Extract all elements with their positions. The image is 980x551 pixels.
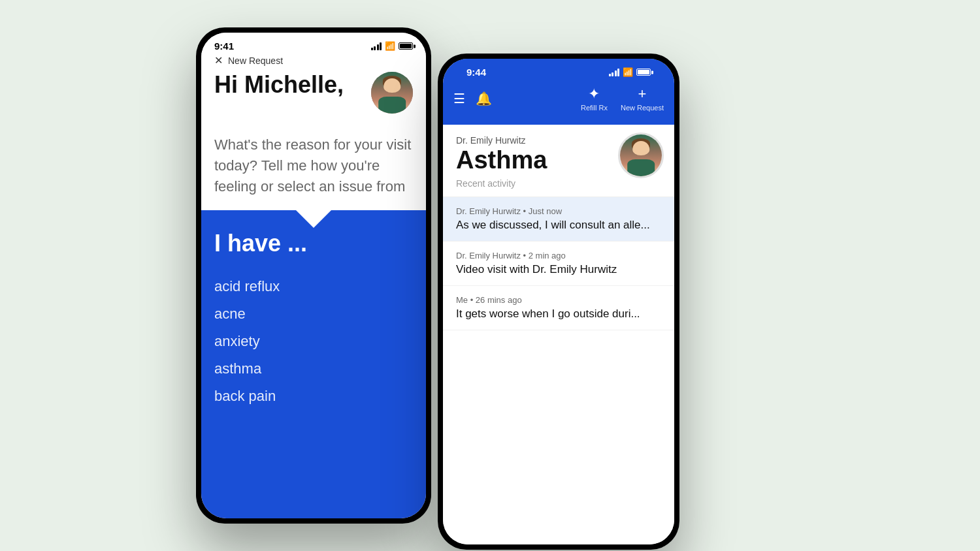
activity-item[interactable]: Dr. Emily Hurwitz • 2 min agoVideo visit… <box>443 242 674 286</box>
new-request-button[interactable]: + New Request <box>621 86 664 112</box>
status-bar-1: 9:41 📶 <box>201 33 426 54</box>
condition-item[interactable]: asthma <box>214 355 413 383</box>
battery-icon-2 <box>636 69 651 76</box>
close-icon[interactable]: ✕ <box>214 54 223 67</box>
chevron-divider <box>295 210 332 228</box>
status-bar-2: 9:44 📶 <box>453 59 664 80</box>
greeting-text: Hi Michelle, <box>214 72 344 98</box>
refill-rx-label: Refill Rx <box>581 104 608 112</box>
battery-icon-1 <box>399 42 413 50</box>
new-request-label: New Request <box>228 55 283 66</box>
condition-item[interactable]: back pain <box>214 383 413 410</box>
phone-2: 9:44 📶 ☰ 🔔 <box>438 54 679 550</box>
phone-1-content: 9:41 📶 ✕ New Request <box>201 33 426 518</box>
activity-meta: Dr. Emily Hurwitz • 2 min ago <box>456 251 661 260</box>
status-time-2: 9:44 <box>466 67 486 78</box>
nav-bar-2: ☰ 🔔 ✦ Refill Rx + New Request <box>453 80 664 117</box>
status-icons-1: 📶 <box>371 41 414 51</box>
doctor-photo-2 <box>620 134 662 176</box>
menu-icon[interactable]: ☰ <box>453 91 465 106</box>
condition-list: acid refluxacneanxietyasthmaback pain <box>214 273 413 410</box>
status-icons-2: 📶 <box>609 67 651 77</box>
scene: 9:41 📶 ✕ New Request <box>196 14 784 537</box>
status-time-1: 9:41 <box>214 40 234 52</box>
patient-avatar <box>618 133 664 178</box>
phone-1: 9:41 📶 ✕ New Request <box>196 27 431 524</box>
phone-2-header: 9:44 📶 ☰ 🔔 <box>443 59 674 125</box>
new-request-row: ✕ New Request <box>214 54 413 67</box>
doctor-photo-1 <box>371 72 413 114</box>
nav-left: ☰ 🔔 <box>453 91 492 106</box>
bell-icon[interactable]: 🔔 <box>476 91 492 106</box>
signal-icon-1 <box>371 42 382 50</box>
patient-header: Dr. Emily Hurwitz Asthma Recent activity <box>443 125 674 197</box>
visit-question: What's the reason for your visit today? … <box>201 124 426 210</box>
signal-icon-2 <box>609 69 620 76</box>
activity-meta: Me • 26 mins ago <box>456 295 661 305</box>
nav-right: ✦ Refill Rx + New Request <box>581 86 664 112</box>
phone-2-content: 9:44 📶 ☰ 🔔 <box>443 59 674 544</box>
activity-text: It gets worse when I go outside duri... <box>456 307 661 321</box>
activity-text: As we discussed, I will consult an alle.… <box>456 219 661 232</box>
phone-2-main: Dr. Emily Hurwitz Asthma Recent activity <box>443 125 674 544</box>
activity-item[interactable]: Me • 26 mins agoIt gets worse when I go … <box>443 286 674 330</box>
refill-rx-icon: ✦ <box>588 86 600 102</box>
blue-section: I have ... acid refluxacneanxietyasthmab… <box>201 210 426 518</box>
refill-rx-button[interactable]: ✦ Refill Rx <box>581 86 608 112</box>
greeting-row: Hi Michelle, <box>214 72 413 114</box>
wifi-icon-2: 📶 <box>623 67 633 77</box>
activity-item[interactable]: Dr. Emily Hurwitz • Just nowAs we discus… <box>443 197 674 242</box>
activity-text: Video visit with Dr. Emily Hurwitz <box>456 263 661 276</box>
plus-icon: + <box>638 86 647 102</box>
activity-list: Dr. Emily Hurwitz • Just nowAs we discus… <box>443 197 674 330</box>
doctor-avatar-1 <box>371 72 413 114</box>
recent-activity-label: Recent activity <box>456 178 661 189</box>
phone-2-screen: 9:44 📶 ☰ 🔔 <box>443 59 674 544</box>
wifi-icon-1: 📶 <box>385 41 395 51</box>
condition-item[interactable]: acid reflux <box>214 273 413 300</box>
new-request-label-2: New Request <box>621 104 664 112</box>
condition-item[interactable]: acne <box>214 300 413 328</box>
i-have-text: I have ... <box>214 230 413 257</box>
condition-item[interactable]: anxiety <box>214 328 413 355</box>
phone-1-screen: 9:41 📶 ✕ New Request <box>201 33 426 518</box>
phone-1-header: ✕ New Request Hi Michelle, <box>201 54 426 124</box>
activity-meta: Dr. Emily Hurwitz • Just now <box>456 206 661 216</box>
